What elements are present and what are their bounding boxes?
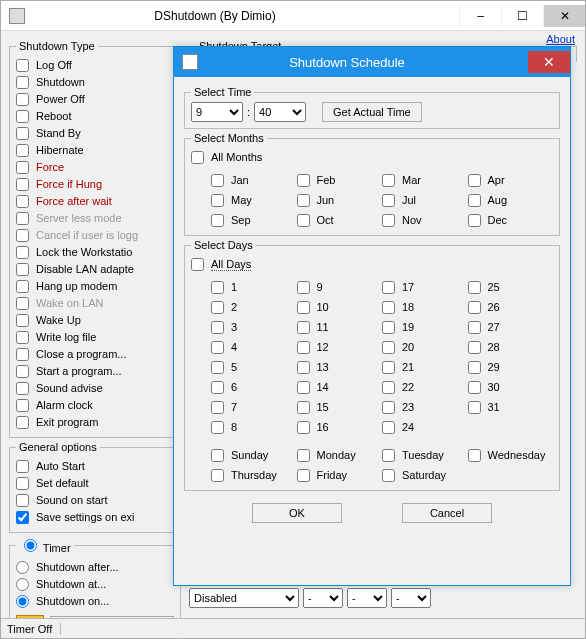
shutdown-type-checkbox[interactable] [16, 263, 29, 276]
day-checkbox[interactable] [382, 321, 395, 334]
shutdown-type-checkbox[interactable] [16, 178, 29, 191]
general-option-checkbox[interactable] [16, 511, 29, 524]
dialog-close-button[interactable]: ✕ [528, 51, 570, 73]
shutdown-type-checkbox[interactable] [16, 93, 29, 106]
shutdown-type-checkbox[interactable] [16, 365, 29, 378]
day-checkbox[interactable] [382, 341, 395, 354]
shutdown-type-checkbox[interactable] [16, 297, 29, 310]
month-checkbox[interactable] [382, 194, 395, 207]
month-checkbox[interactable] [382, 214, 395, 227]
general-option-label: Set default [36, 477, 89, 489]
day-checkbox[interactable] [297, 421, 310, 434]
all-days-label: All Days [211, 258, 251, 271]
day-checkbox[interactable] [297, 401, 310, 414]
day-checkbox[interactable] [382, 301, 395, 314]
minimize-button[interactable]: – [459, 5, 501, 27]
day-checkbox[interactable] [382, 381, 395, 394]
shutdown-type-checkbox[interactable] [16, 110, 29, 123]
shutdown-type-item: Log Off [16, 57, 174, 73]
day-checkbox[interactable] [468, 341, 481, 354]
shutdown-type-checkbox[interactable] [16, 144, 29, 157]
day-checkbox[interactable] [211, 321, 224, 334]
timer-group-radio[interactable] [24, 539, 37, 552]
general-option-checkbox[interactable] [16, 460, 29, 473]
dow-checkbox[interactable] [297, 469, 310, 482]
all-months-checkbox[interactable] [191, 151, 204, 164]
day-checkbox[interactable] [211, 361, 224, 374]
day-checkbox[interactable] [468, 361, 481, 374]
day-checkbox[interactable] [211, 421, 224, 434]
month-checkbox[interactable] [382, 174, 395, 187]
dow-checkbox[interactable] [382, 469, 395, 482]
month-item: Apr [468, 172, 554, 188]
dash-3-select[interactable]: - [391, 588, 431, 608]
day-checkbox[interactable] [211, 401, 224, 414]
month-checkbox[interactable] [297, 214, 310, 227]
month-checkbox[interactable] [211, 214, 224, 227]
day-checkbox[interactable] [382, 421, 395, 434]
shutdown-type-checkbox[interactable] [16, 314, 29, 327]
dash-1-select[interactable]: - [303, 588, 343, 608]
day-checkbox[interactable] [382, 401, 395, 414]
dow-checkbox[interactable] [468, 449, 481, 462]
shutdown-type-checkbox[interactable] [16, 416, 29, 429]
hour-select[interactable]: 9 [191, 102, 243, 122]
day-checkbox[interactable] [468, 381, 481, 394]
month-checkbox[interactable] [211, 194, 224, 207]
day-checkbox[interactable] [297, 281, 310, 294]
shutdown-type-checkbox[interactable] [16, 348, 29, 361]
day-checkbox[interactable] [211, 341, 224, 354]
disabled-select[interactable]: Disabled [189, 588, 299, 608]
month-checkbox[interactable] [211, 174, 224, 187]
shutdown-type-checkbox[interactable] [16, 331, 29, 344]
dow-checkbox[interactable] [211, 449, 224, 462]
day-checkbox[interactable] [468, 281, 481, 294]
month-checkbox[interactable] [297, 174, 310, 187]
dash-2-select[interactable]: - [347, 588, 387, 608]
shutdown-type-checkbox[interactable] [16, 280, 29, 293]
day-checkbox[interactable] [297, 361, 310, 374]
cancel-button[interactable]: Cancel [402, 503, 492, 523]
general-option-checkbox[interactable] [16, 494, 29, 507]
day-checkbox[interactable] [468, 321, 481, 334]
shutdown-type-checkbox[interactable] [16, 59, 29, 72]
timer-option-radio[interactable] [16, 561, 29, 574]
timer-option-radio[interactable] [16, 595, 29, 608]
day-checkbox[interactable] [297, 321, 310, 334]
month-checkbox[interactable] [468, 194, 481, 207]
dow-checkbox[interactable] [297, 449, 310, 462]
shutdown-type-checkbox[interactable] [16, 212, 29, 225]
month-checkbox[interactable] [468, 174, 481, 187]
dow-checkbox[interactable] [382, 449, 395, 462]
shutdown-type-checkbox[interactable] [16, 246, 29, 259]
day-checkbox[interactable] [468, 301, 481, 314]
day-item: 21 [382, 359, 468, 375]
day-checkbox[interactable] [211, 381, 224, 394]
general-option-checkbox[interactable] [16, 477, 29, 490]
ok-button[interactable]: OK [252, 503, 342, 523]
all-days-checkbox[interactable] [191, 258, 204, 271]
shutdown-type-checkbox[interactable] [16, 229, 29, 242]
shutdown-type-checkbox[interactable] [16, 195, 29, 208]
day-checkbox[interactable] [297, 341, 310, 354]
minute-select[interactable]: 40 [254, 102, 306, 122]
day-checkbox[interactable] [297, 301, 310, 314]
day-checkbox[interactable] [382, 361, 395, 374]
day-checkbox[interactable] [468, 401, 481, 414]
day-checkbox[interactable] [211, 281, 224, 294]
shutdown-type-checkbox[interactable] [16, 76, 29, 89]
get-actual-time-button[interactable]: Get Actual Time [322, 102, 422, 122]
month-checkbox[interactable] [468, 214, 481, 227]
maximize-button[interactable]: ☐ [501, 5, 543, 27]
shutdown-type-checkbox[interactable] [16, 382, 29, 395]
close-button[interactable]: ✕ [543, 5, 585, 27]
shutdown-type-checkbox[interactable] [16, 399, 29, 412]
day-checkbox[interactable] [382, 281, 395, 294]
day-checkbox[interactable] [211, 301, 224, 314]
shutdown-type-checkbox[interactable] [16, 161, 29, 174]
timer-option-radio[interactable] [16, 578, 29, 591]
shutdown-type-checkbox[interactable] [16, 127, 29, 140]
day-checkbox[interactable] [297, 381, 310, 394]
month-checkbox[interactable] [297, 194, 310, 207]
dow-checkbox[interactable] [211, 469, 224, 482]
